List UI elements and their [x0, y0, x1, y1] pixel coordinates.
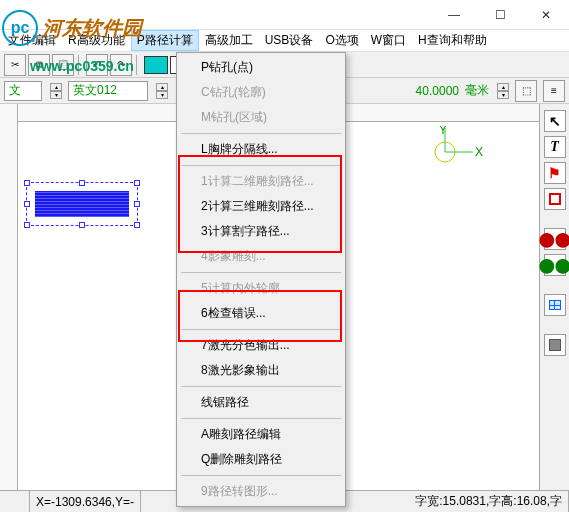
menu-advanced-machining[interactable]: 高级加工 [199, 30, 259, 51]
menu-options[interactable]: O选项 [319, 30, 364, 51]
font-name-spinner[interactable]: ▴▾ [156, 83, 168, 99]
resize-handle[interactable] [24, 222, 30, 228]
font-group-spinner[interactable]: ▴▾ [50, 83, 62, 99]
tool-gray-icon[interactable] [544, 334, 566, 356]
ruler-vertical [0, 104, 18, 512]
menu-item-check-errors[interactable]: 6检查错误... [179, 301, 343, 326]
svg-text:Y: Y [439, 126, 447, 137]
menu-separator [181, 272, 341, 273]
menu-separator [181, 329, 341, 330]
menu-separator [181, 418, 341, 419]
menu-item-drill-contour[interactable]: C钻孔(轮廓) [179, 80, 343, 105]
status-font-metrics: 字宽:15.0831,字高:16.08,字 [409, 491, 569, 512]
menubar: 文件编辑 R高级功能 P路径计算 高级加工 USB设备 O选项 W窗口 H查询和… [0, 30, 569, 52]
resize-handle[interactable] [79, 180, 85, 186]
menu-separator [181, 475, 341, 476]
font-group-field[interactable]: 文 [4, 81, 42, 101]
status-coordinates: X=-1309.6346,Y=- [30, 491, 141, 512]
size-unit: 毫米 [465, 82, 489, 99]
menu-file-edit[interactable]: 文件编辑 [2, 30, 62, 51]
tool-copy-icon[interactable]: ⧉ [28, 54, 50, 76]
selected-object[interactable] [26, 182, 138, 226]
menu-item-drill-region[interactable]: M钻孔(区域) [179, 105, 343, 130]
tool-undo-icon[interactable]: ↶ [86, 54, 108, 76]
status-cell-blank [0, 491, 30, 512]
menu-item-3d-engrave[interactable]: 2计算三维雕刻路径... [179, 194, 343, 219]
menu-window[interactable]: W窗口 [365, 30, 412, 51]
menu-item-delete-engrave-path[interactable]: Q删除雕刻路径 [179, 447, 343, 472]
tool-redo-icon[interactable]: ↷ [110, 54, 132, 76]
menu-item-drill-point[interactable]: P钻孔(点) [179, 55, 343, 80]
tool-misc2-icon[interactable]: ≡ [543, 80, 565, 102]
tool-cut-icon[interactable]: ✂ [4, 54, 26, 76]
menu-item-edit-engrave-path[interactable]: A雕刻路径编辑 [179, 422, 343, 447]
tool-text-icon[interactable]: T [544, 136, 566, 158]
menu-item-wire-saw[interactable]: 线锯路径 [179, 390, 343, 415]
menu-separator [181, 165, 341, 166]
menu-separator [181, 386, 341, 387]
font-group-value: 文 [9, 82, 21, 99]
resize-handle[interactable] [79, 222, 85, 228]
resize-handle[interactable] [134, 180, 140, 186]
tool-node-red-icon[interactable]: ⬤⬤ [544, 228, 566, 250]
menu-item-badge-divider[interactable]: L胸牌分隔线... [179, 137, 343, 162]
window-titlebar: — ☐ ✕ [0, 0, 569, 30]
menu-separator [181, 133, 341, 134]
toolbar-separator [78, 55, 82, 75]
tool-select-icon[interactable]: ↖ [544, 110, 566, 132]
menu-item-laser-image-output[interactable]: 8激光影象输出 [179, 358, 343, 383]
svg-text:X: X [475, 145, 483, 159]
menu-item-image-engrave[interactable]: 4影象雕刻... [179, 244, 343, 269]
color-cyan-swatch[interactable] [144, 56, 168, 74]
font-name-field[interactable]: 英文012 [68, 81, 148, 101]
size-spinner[interactable]: ▴▾ [497, 83, 509, 99]
tool-flag-icon[interactable]: ⚑ [544, 162, 566, 184]
tool-rect-icon[interactable] [544, 188, 566, 210]
tool-paste-icon[interactable]: 📋 [52, 54, 74, 76]
font-name-value: 英文012 [73, 82, 117, 99]
side-toolbox: ↖ T ⚑ ⬤⬤ ⬤⬤ [539, 104, 569, 512]
resize-handle[interactable] [24, 180, 30, 186]
tool-table-icon[interactable] [544, 294, 566, 316]
menu-item-cut-text[interactable]: 3计算割字路径... [179, 219, 343, 244]
menu-usb-device[interactable]: USB设备 [259, 30, 320, 51]
menu-help[interactable]: H查询和帮助 [412, 30, 493, 51]
window-minimize-button[interactable]: — [431, 0, 477, 30]
toolbar-separator [136, 55, 140, 75]
resize-handle[interactable] [24, 201, 30, 207]
size-value: 40.0000 [416, 84, 459, 98]
resize-handle[interactable] [134, 201, 140, 207]
selected-fill [35, 191, 129, 217]
tool-node-green-icon[interactable]: ⬤⬤ [544, 254, 566, 276]
menu-path-calc[interactable]: P路径计算 [131, 30, 199, 51]
menu-item-laser-color-output[interactable]: 7激光分色输出... [179, 333, 343, 358]
window-close-button[interactable]: ✕ [523, 0, 569, 30]
menu-item-2d-engrave[interactable]: 1计算二维雕刻路径... [179, 169, 343, 194]
menu-advanced[interactable]: R高级功能 [62, 30, 131, 51]
window-maximize-button[interactable]: ☐ [477, 0, 523, 30]
tool-misc-icon[interactable]: ⬚ [515, 80, 537, 102]
resize-handle[interactable] [134, 222, 140, 228]
origin-marker-icon: X Y [433, 126, 493, 176]
menu-item-path-to-shape[interactable]: 9路径转图形... [179, 479, 343, 504]
path-calc-dropdown: P钻孔(点) C钻孔(轮廓) M钻孔(区域) L胸牌分隔线... 1计算二维雕刻… [176, 52, 346, 507]
menu-item-inner-outer[interactable]: 5计算内外轮廓... [179, 276, 343, 301]
